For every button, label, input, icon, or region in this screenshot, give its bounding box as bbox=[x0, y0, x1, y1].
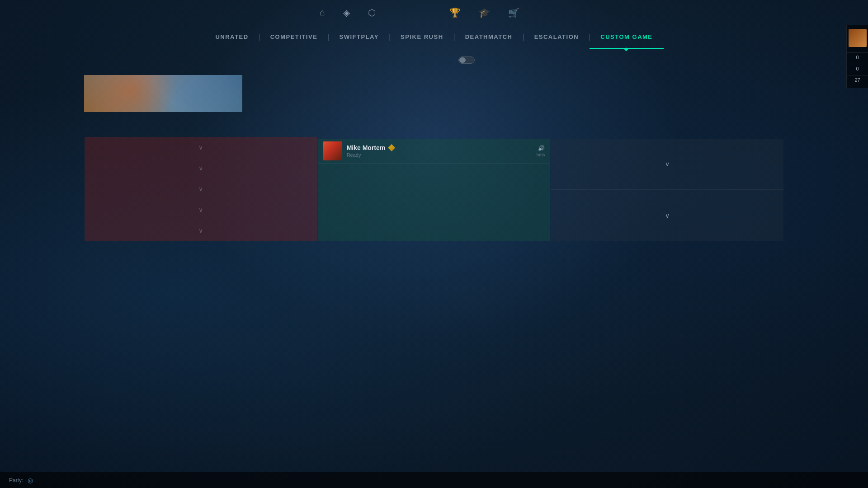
observers-body: ∨ ∨ bbox=[551, 139, 783, 241]
player-name-text: Mike Mortem bbox=[347, 144, 386, 151]
chevron-down-icon: ∨ bbox=[665, 160, 670, 168]
observer-slot-1[interactable]: ∨ bbox=[551, 139, 783, 190]
player-ping: 5ms bbox=[536, 152, 545, 157]
rank-icon bbox=[388, 144, 395, 151]
tab-competitive[interactable]: COMPETITIVE bbox=[259, 25, 329, 49]
attackers-team: ATTACKERS ∨ ∨ ∨ ∨ ∨ bbox=[85, 121, 318, 241]
party-footer-label: Party: bbox=[9, 477, 23, 483]
tab-deathmatch[interactable]: DEATHMATCH bbox=[454, 25, 524, 49]
tab-unrated[interactable]: UNRATED bbox=[204, 25, 259, 49]
attacker-slot-4[interactable]: ∨ bbox=[85, 199, 317, 220]
chevron-down-icon: ∨ bbox=[198, 144, 203, 151]
agents-icon[interactable]: ◈ bbox=[343, 7, 350, 18]
home-icon[interactable]: ⌂ bbox=[320, 7, 325, 18]
footer-party-bar: Party: ◎ bbox=[0, 472, 868, 488]
chevron-down-icon: ∨ bbox=[198, 164, 203, 172]
player-name-row: Mike Mortem bbox=[347, 144, 537, 151]
tab-swiftplay[interactable]: SWIFTPLAY bbox=[328, 25, 389, 49]
defender-player-slot: Mike Mortem Ready 🔊 5ms bbox=[318, 139, 551, 164]
chevron-down-icon: ∨ bbox=[198, 185, 203, 192]
attacker-slot-3[interactable]: ∨ bbox=[85, 178, 317, 199]
player-meta: 🔊 5ms bbox=[536, 145, 545, 157]
tab-escalation[interactable]: ESCALATION bbox=[524, 25, 590, 49]
mute-icon[interactable]: 🔊 bbox=[538, 145, 545, 151]
defenders-body: Mike Mortem Ready 🔊 5ms bbox=[318, 139, 551, 241]
map-preview bbox=[84, 75, 242, 112]
player-avatar bbox=[323, 141, 342, 160]
toggle-thumb bbox=[459, 57, 466, 63]
attacker-slot-1[interactable]: ∨ bbox=[85, 137, 317, 158]
side-number-3: 27 bbox=[847, 75, 868, 84]
attacker-slot-2[interactable]: ∨ bbox=[85, 158, 317, 178]
battlepass-icon[interactable]: 🎓 bbox=[479, 7, 490, 18]
player-info: Mike Mortem Ready bbox=[347, 144, 537, 158]
chevron-down-icon: ∨ bbox=[665, 212, 670, 219]
side-number-2: 0 bbox=[847, 64, 868, 73]
chevron-down-icon: ∨ bbox=[198, 206, 203, 213]
party-footer-icon[interactable]: ◎ bbox=[28, 477, 33, 484]
missions-icon[interactable]: ⬡ bbox=[368, 7, 376, 18]
tab-spike-rush[interactable]: SPIKE RUSH bbox=[390, 25, 454, 49]
player-status: Ready bbox=[347, 152, 537, 158]
chevron-down-icon: ∨ bbox=[198, 227, 203, 234]
attacker-slot-5[interactable]: ∨ bbox=[85, 220, 317, 241]
observer-slot-2[interactable]: ∨ bbox=[551, 190, 783, 241]
map-preview-inner bbox=[84, 75, 242, 112]
defenders-team: DEFENDERS Mike Mortem Ready bbox=[318, 121, 551, 241]
side-number-1: 0 bbox=[847, 52, 868, 62]
attackers-body: ∨ ∨ ∨ ∨ ∨ bbox=[85, 137, 317, 241]
tab-custom-game[interactable]: CUSTOM GAME bbox=[590, 25, 663, 49]
teams-container: ATTACKERS ∨ ∨ ∨ ∨ ∨ bbox=[84, 120, 784, 241]
tab-navigation: UNRATED | COMPETITIVE | SWIFTPLAY | SPIK… bbox=[0, 25, 868, 49]
toggle-track bbox=[458, 56, 475, 64]
observers-team: OBSERVERS ∨ ∨ bbox=[551, 121, 783, 241]
trophy-icon[interactable]: 🏆 bbox=[449, 7, 461, 18]
store-icon[interactable]: 🛒 bbox=[508, 7, 519, 18]
